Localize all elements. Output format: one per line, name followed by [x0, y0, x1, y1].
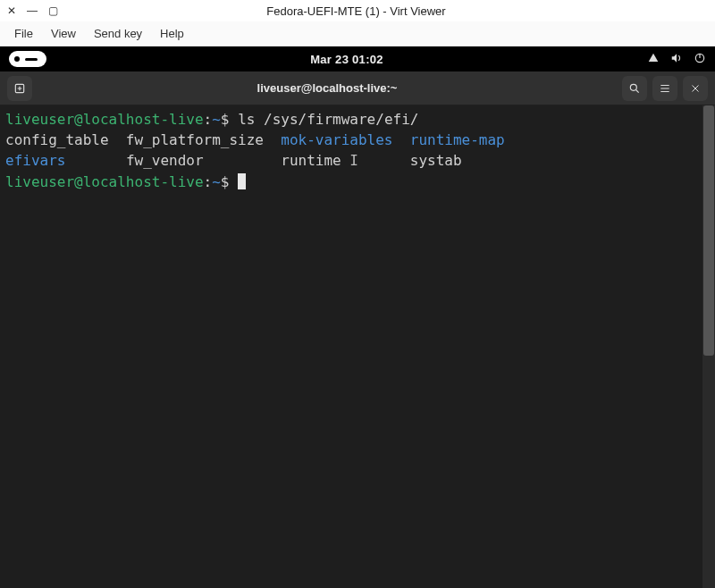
ls-entry: config_table	[5, 131, 109, 148]
search-button[interactable]	[622, 76, 647, 101]
terminal-headerbar: liveuser@localhost-live:~	[0, 71, 715, 105]
workspace-dot-icon	[14, 56, 20, 62]
virt-viewer-titlebar: ✕ — ▢ Fedora-UEFI-MTE (1) - Virt Viewer	[0, 0, 715, 21]
network-icon[interactable]	[647, 52, 660, 67]
menu-send-key[interactable]: Send key	[85, 25, 151, 42]
volume-icon[interactable]	[670, 52, 683, 67]
prompt-symbol: $	[221, 173, 230, 190]
maximize-icon[interactable]: ▢	[48, 4, 58, 17]
terminal-body[interactable]: liveuser@localhost-live:~$ ls /sys/firmw…	[0, 105, 715, 588]
command-text: ls /sys/firmware/efi/	[238, 111, 418, 128]
ls-entry: runtime-map	[410, 131, 505, 148]
ls-entry: efivars	[5, 152, 65, 169]
vm-screen: Mar 23 01:02 liveuser@localhost-live:~	[0, 46, 715, 588]
hamburger-menu-button[interactable]	[652, 76, 677, 101]
ls-entry: fw_platform_size	[126, 131, 264, 148]
ls-entry: systab	[410, 152, 462, 169]
prompt-user-host: liveuser@localhost-live	[5, 173, 204, 190]
menu-view[interactable]: View	[42, 25, 85, 42]
workspace-bar-icon	[25, 58, 38, 61]
close-button[interactable]	[683, 76, 708, 101]
minimize-icon[interactable]: —	[27, 4, 38, 17]
prompt-user-host: liveuser@localhost-live	[5, 111, 204, 128]
ls-entry: mok-variables	[281, 131, 392, 148]
prompt-path: ~	[212, 173, 221, 190]
scrollbar-thumb[interactable]	[703, 105, 714, 356]
activities-button[interactable]	[9, 51, 46, 67]
clock[interactable]: Mar 23 01:02	[310, 53, 383, 66]
svg-point-2	[630, 84, 636, 90]
ls-entry: runtime	[281, 152, 341, 169]
menu-help[interactable]: Help	[151, 25, 193, 42]
scrollbar-track[interactable]	[702, 105, 715, 588]
text-cursor-icon: I	[349, 150, 358, 171]
terminal-title: liveuser@localhost-live:~	[32, 81, 622, 95]
block-cursor-icon	[238, 173, 246, 189]
prompt-path: ~	[212, 111, 221, 128]
ls-entry: fw_vendor	[126, 152, 204, 169]
prompt-symbol: $	[221, 111, 230, 128]
power-icon[interactable]	[694, 52, 706, 67]
gnome-topbar: Mar 23 01:02	[0, 46, 715, 71]
close-icon[interactable]: ✕	[7, 4, 16, 17]
new-tab-button[interactable]	[7, 76, 32, 101]
prompt-sep-colon: :	[204, 111, 213, 128]
menu-file[interactable]: File	[5, 25, 42, 42]
window-title: Fedora-UEFI-MTE (1) - Virt Viewer	[58, 4, 654, 18]
virt-viewer-menubar: File View Send key Help	[0, 21, 715, 46]
